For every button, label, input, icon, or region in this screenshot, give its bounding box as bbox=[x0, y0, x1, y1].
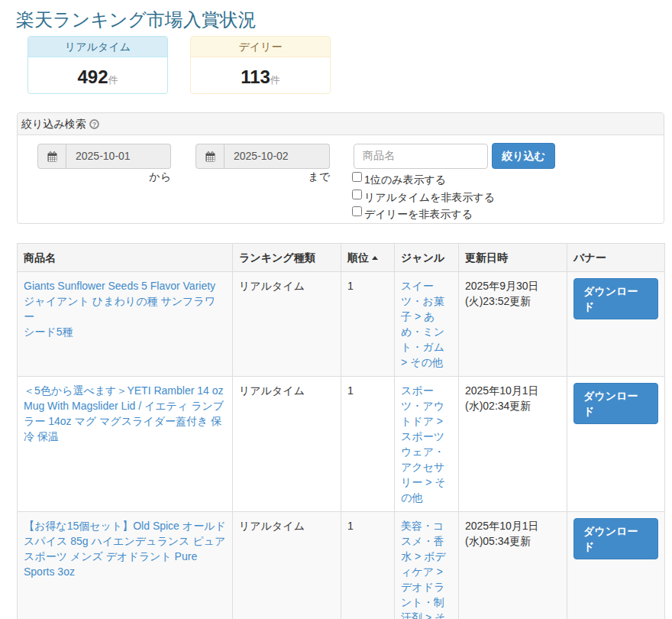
svg-text:?: ? bbox=[92, 121, 96, 128]
